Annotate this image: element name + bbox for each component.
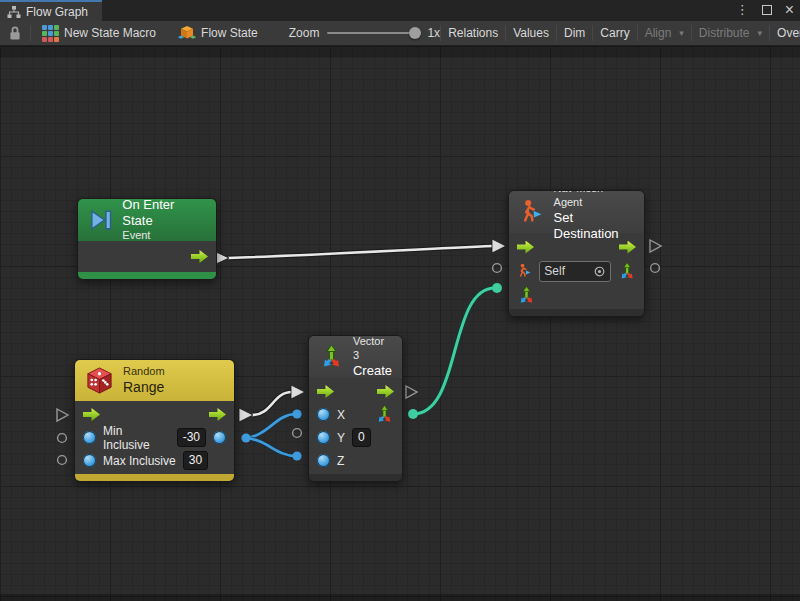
wire-start-arrow[interactable]	[239, 408, 253, 422]
setdest-flow-out-hint-triangle[interactable]	[650, 240, 661, 252]
node-subtitle: Event	[122, 229, 206, 243]
x-input-port[interactable]	[317, 408, 330, 421]
random-max-in-hint-circle[interactable]	[58, 456, 67, 465]
result-output-port[interactable]	[213, 431, 226, 444]
vector3-result-output-icon[interactable]	[375, 405, 394, 424]
carry-button[interactable]: Carry	[593, 21, 636, 45]
title-bar: Flow Graph ⋮ ×	[0, 0, 800, 21]
node-on-enter-state[interactable]: On Enter State Event	[77, 198, 217, 280]
vector3-flow-out-hint-triangle[interactable]	[406, 386, 417, 398]
chevron-down-icon: ▾	[758, 28, 763, 38]
wire-layer	[0, 46, 800, 601]
min-input-port[interactable]	[83, 431, 96, 444]
max-label: Max Inclusive	[103, 454, 176, 468]
zoom-slider[interactable]	[327, 32, 419, 34]
zoom-value: 1x	[427, 26, 440, 40]
new-state-macro-button[interactable]: New State Macro	[35, 21, 163, 45]
zoom-control: Zoom 1x	[289, 26, 440, 40]
node-title: On Enter State	[122, 198, 206, 229]
lock-icon	[8, 25, 22, 41]
setdest-result-out-hint-circle[interactable]	[651, 264, 660, 273]
lock-button[interactable]	[0, 21, 30, 45]
close-icon[interactable]: ×	[785, 3, 794, 17]
zoom-label: Zoom	[289, 26, 320, 40]
flow-state-cube-icon	[178, 25, 196, 41]
node-title: Create	[353, 363, 392, 379]
state-macro-icon	[42, 25, 59, 42]
node-group: Nav Mesh Agent	[554, 190, 634, 210]
min-value-field[interactable]: -30	[177, 428, 206, 447]
agent-input-icon	[517, 263, 532, 279]
wire-end-arrow	[492, 239, 506, 253]
toolbar-separator	[30, 25, 31, 41]
chevron-down-icon: ▾	[679, 28, 684, 38]
z-input-port[interactable]	[317, 454, 330, 467]
vector3-axis-icon	[319, 343, 344, 371]
canvas-top-shade	[0, 46, 800, 57]
y-value-field[interactable]: 0	[352, 428, 371, 447]
flow-input-port[interactable]	[317, 385, 334, 398]
maximize-icon[interactable]	[762, 5, 772, 15]
values-button[interactable]: Values	[506, 21, 556, 45]
relations-button[interactable]: Relations	[441, 21, 505, 45]
wire-endpoint-dot[interactable]	[492, 283, 502, 293]
flow-graph-window: Flow Graph ⋮ × New State Macro Flow Stat…	[0, 0, 800, 601]
node-set-destination[interactable]: Nav Mesh Agent Set Destination Self	[508, 190, 645, 317]
graph-canvas[interactable]: On Enter State Event Nav Mesh Agent Set …	[0, 46, 800, 601]
wire-onenter-to-setdestination[interactable]	[228, 246, 493, 258]
overview-button[interactable]: Overview	[770, 21, 800, 45]
dim-button[interactable]: Dim	[557, 21, 592, 45]
event-skip-icon	[88, 207, 113, 233]
random-flow-in-hint-triangle[interactable]	[57, 409, 68, 421]
vector3-destination-input-icon[interactable]	[517, 286, 536, 305]
object-picker-icon[interactable]	[593, 265, 606, 278]
vector3-y-in-hint-circle[interactable]	[293, 429, 302, 438]
flow-input-port[interactable]	[83, 408, 100, 421]
flow-input-port[interactable]	[517, 241, 534, 254]
nav-mesh-agent-icon	[519, 198, 545, 226]
min-label: Min Inclusive	[103, 424, 170, 452]
node-vector3-create[interactable]: Vector 3 Create X Y 0	[308, 335, 403, 482]
distribute-button[interactable]: Distribute ▾	[692, 21, 769, 45]
wire-vector3-to-setdestination[interactable]	[413, 288, 495, 414]
wire-endpoint-dot[interactable]	[408, 409, 418, 419]
flow-output-port[interactable]	[191, 250, 208, 263]
node-random-range[interactable]: Random Range Min Inclusive -30 Max In	[74, 359, 235, 482]
setdest-target-in-hint-circle[interactable]	[493, 264, 502, 273]
zoom-slider-handle[interactable]	[409, 27, 421, 39]
tab-flow-graph[interactable]: Flow Graph	[0, 0, 102, 21]
node-group: Random	[123, 365, 165, 379]
node-group: Vector 3	[353, 335, 392, 363]
x-label: X	[337, 408, 345, 422]
align-button[interactable]: Align ▾	[638, 21, 691, 45]
toolbar: New State Macro Flow State Zoom 1x Relat…	[0, 21, 800, 46]
max-value-field[interactable]: 30	[183, 451, 208, 470]
wire-endpoint-dot[interactable]	[241, 433, 250, 442]
flow-state-button[interactable]: Flow State	[171, 21, 265, 45]
max-input-port[interactable]	[83, 454, 96, 467]
node-title: Set Destination	[554, 210, 634, 243]
flow-output-port[interactable]	[209, 408, 226, 421]
node-title: Range	[123, 379, 165, 397]
flow-output-port[interactable]	[619, 241, 636, 254]
vector3-output-icon[interactable]	[618, 262, 636, 281]
window-title: Flow Graph	[26, 5, 88, 19]
random-min-in-hint-circle[interactable]	[58, 434, 67, 443]
kebab-menu-icon[interactable]: ⋮	[736, 3, 749, 17]
y-input-port[interactable]	[317, 431, 330, 444]
wire-end-arrow	[291, 385, 305, 399]
dice-icon	[85, 366, 114, 395]
canvas-bottom-shade	[0, 594, 800, 601]
wire-endpoint-dot[interactable]	[292, 409, 301, 418]
y-label: Y	[337, 431, 345, 445]
target-object-field[interactable]: Self	[539, 261, 610, 282]
wire-endpoint-dot[interactable]	[292, 451, 301, 460]
graph-tree-icon	[7, 5, 21, 19]
flow-output-port[interactable]	[377, 385, 394, 398]
z-label: Z	[337, 454, 344, 468]
